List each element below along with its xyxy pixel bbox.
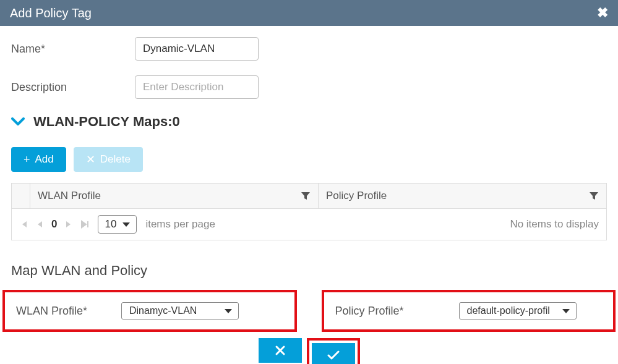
filter-icon[interactable] — [589, 191, 599, 201]
pager: 0 10 items per page — [19, 215, 215, 234]
section-title-prefix: WLAN-POLICY Maps: — [33, 114, 172, 130]
policy-profile-select[interactable]: default-policy-profil — [459, 302, 577, 320]
grid-footer: 0 10 items per page No items to display — [12, 209, 606, 240]
policy-profile-highlight: Policy Profile* default-policy-profil — [322, 290, 616, 332]
first-page-icon[interactable] — [19, 220, 28, 229]
page-number: 0 — [51, 218, 57, 231]
page-size-select[interactable]: 10 — [98, 215, 137, 234]
add-button[interactable]: + Add — [11, 147, 66, 172]
description-label: Description — [11, 81, 135, 94]
caret-down-icon — [225, 309, 232, 313]
name-row: Name* — [11, 37, 607, 61]
grid-col-wlan[interactable]: WLAN Profile — [30, 184, 319, 208]
items-per-page-label: items per page — [145, 218, 215, 231]
form-body: Name* Description WLAN-POLICY Maps: 0 + … — [0, 26, 618, 252]
name-input[interactable] — [135, 37, 259, 61]
section-count: 0 — [172, 114, 179, 130]
prev-page-icon[interactable] — [36, 220, 43, 229]
modal-title: Add Policy Tag — [10, 6, 92, 20]
map-row: WLAN Profile* Dinamyc-VLAN Policy Profil… — [0, 290, 618, 332]
filter-icon[interactable] — [301, 191, 311, 201]
close-icon[interactable]: ✖ — [597, 5, 608, 21]
description-row: Description — [11, 75, 607, 99]
modal-header: Add Policy Tag ✖ — [0, 0, 618, 26]
map-action-row — [0, 338, 618, 364]
next-page-icon[interactable] — [66, 220, 72, 229]
x-icon — [275, 345, 286, 356]
caret-down-icon — [562, 309, 570, 313]
grid-col-wlan-label: WLAN Profile — [38, 190, 101, 202]
delete-button[interactable]: ✕ Delete — [74, 147, 143, 172]
policy-profile-label: Policy Profile* — [335, 305, 440, 318]
delete-button-label: Delete — [100, 153, 131, 166]
wlan-profile-label: WLAN Profile* — [16, 305, 103, 318]
name-label: Name* — [11, 43, 135, 56]
check-icon — [327, 350, 340, 360]
plus-icon: + — [24, 154, 30, 165]
wlan-policy-maps-header[interactable]: WLAN-POLICY Maps: 0 — [11, 114, 607, 130]
x-icon: ✕ — [86, 154, 95, 165]
add-button-label: Add — [35, 153, 54, 166]
wlan-profile-highlight: WLAN Profile* Dinamyc-VLAN — [2, 290, 297, 332]
description-input[interactable] — [135, 75, 259, 99]
map-confirm-button[interactable] — [312, 343, 355, 364]
map-confirm-highlight — [307, 338, 360, 364]
map-cancel-button[interactable] — [259, 338, 302, 363]
wlan-profile-select[interactable]: Dinamyc-VLAN — [121, 302, 239, 320]
grid-col-policy-label: Policy Profile — [326, 190, 387, 202]
chevron-down-icon — [11, 117, 25, 126]
action-buttons: + Add ✕ Delete — [11, 147, 607, 172]
grid-checkbox-col — [12, 184, 30, 208]
last-page-icon[interactable] — [80, 220, 89, 229]
policy-profile-value: default-policy-profil — [467, 305, 550, 316]
maps-grid: WLAN Profile Policy Profile 0 — [11, 183, 607, 240]
page-size-value: 10 — [105, 218, 116, 231]
grid-header: WLAN Profile Policy Profile — [12, 184, 606, 209]
wlan-profile-value: Dinamyc-VLAN — [129, 305, 197, 316]
grid-col-policy[interactable]: Policy Profile — [319, 184, 606, 208]
grid-empty-text: No items to display — [510, 218, 599, 231]
caret-down-icon — [122, 222, 130, 227]
map-heading: Map WLAN and Policy — [0, 263, 618, 279]
